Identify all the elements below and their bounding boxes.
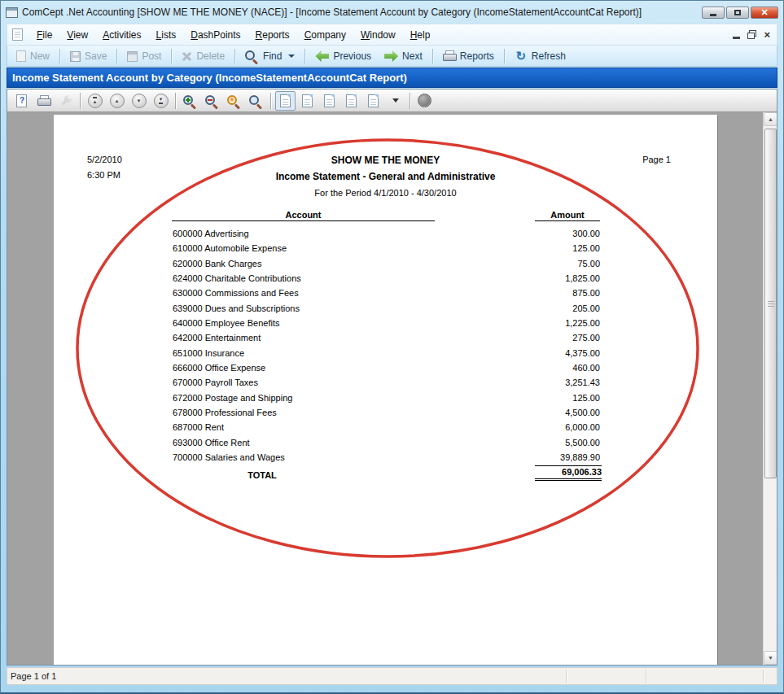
- new-button[interactable]: New: [10, 47, 56, 65]
- report-row: 642000 Entertainment275.00: [54, 331, 717, 346]
- maximize-button[interactable]: [726, 7, 749, 19]
- report-header-bar: Income Statement Account by Category (In…: [7, 68, 777, 88]
- amount-cell: 1,225.00: [502, 318, 600, 328]
- child-restore-icon[interactable]: [747, 30, 756, 39]
- delete-button[interactable]: Delete: [175, 47, 231, 65]
- toolbar-button-label: Reports: [460, 50, 494, 62]
- next-page-button[interactable]: [129, 91, 149, 111]
- toolbar-button-label: Next: [402, 50, 423, 62]
- app-window: ComCept .Net Accounting [SHOW ME THE MON…: [0, 0, 784, 694]
- refresh-button[interactable]: Refresh: [508, 47, 572, 65]
- minimize-button[interactable]: [702, 7, 725, 19]
- view-mode-2-button[interactable]: [297, 91, 318, 111]
- amount-cell: 5,500.00: [502, 438, 600, 447]
- view-mode-5-button[interactable]: [363, 91, 383, 111]
- report-viewer: 5/2/2010 6:30 PM Page 1 SHOW ME THE MONE…: [7, 112, 777, 665]
- report-row: 693000 Office Rent5,500.00: [54, 436, 717, 451]
- menu-item-view[interactable]: View: [59, 27, 95, 43]
- report-row: 639000 Dues and Subscriptions205.00: [54, 302, 717, 316]
- report-title: Income Statement - General and Administr…: [54, 171, 717, 182]
- stop-icon: [418, 94, 431, 107]
- menu-item-window[interactable]: Window: [353, 27, 403, 43]
- menu-item-company[interactable]: Company: [297, 27, 353, 43]
- child-minimize-icon[interactable]: [733, 37, 740, 39]
- save-button[interactable]: Save: [64, 47, 113, 65]
- report-row: 600000 Advertising300.00: [54, 227, 717, 242]
- dropdown-caret-icon: [288, 55, 295, 58]
- menu-item-reports[interactable]: Reports: [248, 27, 297, 43]
- toolbar-separator: [410, 93, 410, 109]
- report-row: 700000 Salaries and Wages39,889.90: [54, 451, 717, 465]
- last-page-button[interactable]: [151, 91, 171, 111]
- print-button[interactable]: [33, 91, 54, 111]
- amount-cell: 205.00: [502, 303, 600, 313]
- view-mode-4-button[interactable]: [341, 91, 361, 111]
- report-period: For the Period 4/1/2010 - 4/30/2010: [54, 188, 717, 198]
- stop-button[interactable]: [414, 91, 435, 111]
- account-cell: 624000 Charitable Contributions: [173, 273, 301, 283]
- zoom-select-button[interactable]: [246, 91, 266, 111]
- child-close-icon[interactable]: ×: [764, 30, 770, 39]
- menu-item-dashpoints[interactable]: DashPoints: [183, 27, 247, 43]
- reports-button[interactable]: Reports: [436, 47, 501, 65]
- menu-item-activities[interactable]: Activities: [95, 27, 148, 43]
- view-mode-dropdown[interactable]: [385, 91, 405, 111]
- toolbar-separator: [432, 49, 433, 63]
- next-button[interactable]: Next: [378, 47, 429, 65]
- window-title: ComCept .Net Accounting [SHOW ME THE MON…: [22, 7, 642, 18]
- toolbar-button-label: Find: [263, 50, 282, 62]
- first-page-icon: [88, 94, 103, 108]
- previous-button[interactable]: Previous: [309, 47, 378, 65]
- find-button[interactable]: Find: [239, 47, 301, 65]
- toolbar-button-label: Previous: [333, 50, 371, 62]
- vertical-scrollbar[interactable]: ▲ ▼: [763, 112, 777, 665]
- print-settings-button[interactable]: [55, 91, 76, 111]
- zoom-in-icon: [183, 94, 197, 107]
- print-settings-icon: [59, 94, 72, 107]
- zoom-out-button[interactable]: [202, 91, 222, 111]
- first-page-button[interactable]: [85, 91, 105, 111]
- export-button[interactable]: [11, 91, 32, 111]
- amount-cell: 875.00: [502, 288, 600, 298]
- amount-cell: 275.00: [502, 333, 600, 343]
- export-icon: [16, 94, 27, 107]
- scrollbar-thumb[interactable]: [764, 129, 777, 478]
- zoom-wand-button[interactable]: [224, 91, 244, 111]
- previous-icon: [315, 50, 329, 62]
- menu-items: FileViewActivitiesListsDashPointsReports…: [29, 27, 437, 43]
- account-cell: 666000 Office Expense: [173, 363, 265, 373]
- menu-item-file[interactable]: File: [29, 27, 59, 43]
- page-view-icon: [368, 94, 379, 107]
- amount-cell: 6,000.00: [502, 422, 600, 432]
- main-toolbar: NewSavePostDeleteFindPreviousNextReports…: [7, 46, 777, 67]
- account-cell: 678000 Professional Fees: [173, 408, 277, 417]
- account-cell: 620000 Bank Charges: [173, 259, 261, 268]
- account-cell: 600000 Advertising: [173, 229, 249, 238]
- title-bar: ComCept .Net Accounting [SHOW ME THE MON…: [1, 1, 783, 24]
- post-button[interactable]: Post: [120, 47, 168, 65]
- next-page-icon: [132, 94, 147, 108]
- reports-icon: [443, 50, 456, 62]
- report-row: 678000 Professional Fees4,500.00: [54, 406, 717, 421]
- zoom-in-button[interactable]: [180, 91, 200, 111]
- account-cell: 651000 Insurance: [173, 348, 244, 358]
- menu-item-lists[interactable]: Lists: [149, 27, 184, 43]
- prev-page-button[interactable]: [107, 91, 127, 111]
- toolbar-button-label: Delete: [196, 50, 225, 62]
- view-mode-3-button[interactable]: [319, 91, 339, 111]
- amount-cell: 460.00: [502, 363, 600, 373]
- status-divider: [566, 670, 567, 683]
- scroll-down-button[interactable]: ▼: [764, 651, 777, 665]
- menu-item-help[interactable]: Help: [403, 27, 438, 43]
- close-button[interactable]: ✕: [751, 7, 778, 19]
- toolbar-button-label: Refresh: [532, 50, 566, 62]
- amount-cell: 125.00: [502, 243, 600, 253]
- print-icon: [37, 95, 50, 107]
- zoom-out-icon: [205, 94, 219, 107]
- toolbar-separator: [171, 49, 172, 63]
- page-view-icon: [324, 94, 335, 107]
- view-mode-1-button[interactable]: [275, 91, 296, 111]
- account-cell: 630000 Commissions and Fees: [173, 288, 299, 298]
- scroll-up-button[interactable]: ▲: [764, 112, 777, 126]
- arrow-down-icon: ▼: [768, 655, 773, 661]
